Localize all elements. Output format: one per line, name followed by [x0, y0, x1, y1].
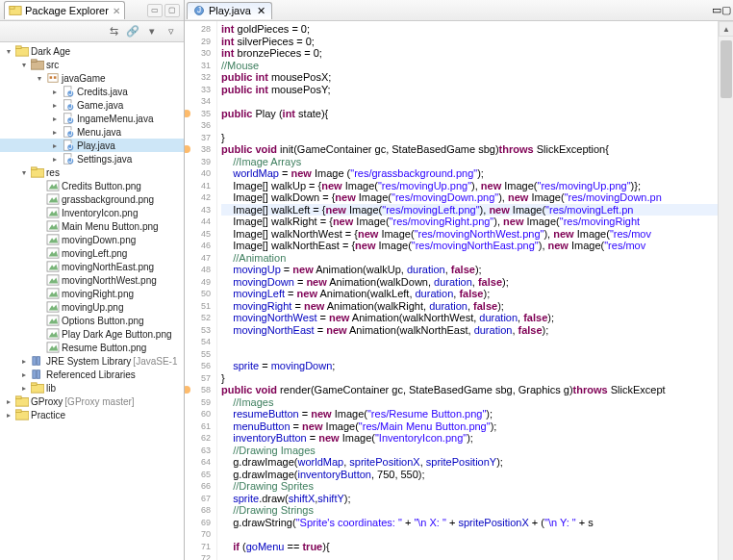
line-number[interactable]: 68	[185, 504, 211, 517]
line-number[interactable]: 42	[185, 191, 211, 204]
code-line[interactable]: movingNorthWest = new Animation(walkNort…	[221, 312, 718, 324]
tree-item[interactable]: ▸Referenced Libraries	[0, 368, 184, 381]
twisty-icon[interactable]	[35, 221, 44, 231]
project-tree[interactable]: ▾Dark Age▾src▾javaGame▸JCredits.java▸JGa…	[0, 42, 184, 560]
line-number[interactable]: 37	[185, 132, 211, 144]
code-line[interactable]	[221, 95, 718, 108]
twisty-icon[interactable]: ▸	[50, 127, 60, 137]
explorer-tab[interactable]: Package Explorer ✕	[4, 1, 125, 19]
code-line[interactable]: Image[] walkNorthEast = {new Image("res/…	[221, 240, 718, 252]
code-line[interactable]: int goldPieces = 0;	[221, 23, 718, 36]
twisty-icon[interactable]	[35, 235, 44, 244]
code-line[interactable]: movingDown = new Animation(walkDown, dur…	[221, 276, 718, 289]
tree-item[interactable]: ▸Practice	[0, 408, 184, 421]
tree-item[interactable]: ▾src	[0, 58, 184, 71]
code-line[interactable]	[221, 528, 718, 541]
twisty-icon[interactable]: ▾	[19, 60, 29, 69]
line-number[interactable]: 48	[185, 264, 211, 276]
line-number[interactable]: 36	[185, 119, 211, 132]
code-line[interactable]: g.drawImage(worldMap, spritePositionX, s…	[221, 456, 718, 469]
tree-item[interactable]: Play Dark Age Button.png	[0, 327, 184, 341]
line-number[interactable]: 30	[185, 47, 211, 60]
code-line[interactable]: //Drawing Strings	[221, 504, 718, 517]
code-line[interactable]: movingRight = new Animation(walkRight, d…	[221, 300, 718, 313]
code-line[interactable]: public Play (int state){	[221, 108, 718, 120]
line-number[interactable]: 62	[185, 432, 211, 445]
close-icon[interactable]: ✕	[257, 5, 265, 17]
tree-item[interactable]: ▸JPlay.java	[0, 139, 184, 152]
twisty-icon[interactable]: ▸	[4, 396, 13, 406]
code-line[interactable]: menuButton = new Image("res/Main Menu Bu…	[221, 420, 718, 433]
tree-item[interactable]: movingDown.png	[0, 233, 184, 246]
code-line[interactable]: //Image Arrays	[221, 156, 718, 168]
twisty-icon[interactable]	[35, 262, 44, 271]
twisty-icon[interactable]: ▸	[50, 114, 60, 123]
code-line[interactable]: Image[] walkDown = {new Image("res/movin…	[221, 191, 718, 204]
code-line[interactable]: sprite = movingDown;	[221, 360, 718, 372]
scroll-up-arrow[interactable]: ▲	[719, 21, 733, 37]
scroll-thumb[interactable]	[720, 40, 732, 98]
tree-item[interactable]: ▸GProxy [GProxy master]	[0, 395, 184, 408]
line-number[interactable]: 66	[185, 480, 211, 493]
line-number[interactable]: 59	[185, 396, 211, 409]
twisty-icon[interactable]	[35, 302, 44, 312]
code-line[interactable]: }	[221, 372, 718, 385]
tree-item[interactable]: ▸lib	[0, 381, 184, 395]
code-line[interactable]: //Animation	[221, 252, 718, 265]
line-number[interactable]: 55	[185, 348, 211, 361]
maximize-editor-button[interactable]: ▢	[721, 4, 731, 16]
line-number[interactable]: 33	[185, 84, 211, 96]
tree-item[interactable]: ▸JRE System Library [JavaSE-1	[0, 354, 184, 368]
code-line[interactable]: }	[221, 132, 718, 144]
line-number[interactable]: 52	[185, 312, 211, 324]
link-editor-icon[interactable]: 🔗	[126, 25, 139, 38]
tree-item[interactable]: movingNorthWest.png	[0, 273, 184, 287]
twisty-icon[interactable]	[35, 208, 44, 217]
line-number[interactable]: 46	[185, 240, 211, 252]
code-line[interactable]: public int mousePosY;	[221, 84, 718, 96]
line-number[interactable]: 32	[185, 71, 211, 84]
line-number[interactable]: 67	[185, 493, 211, 505]
editor-tab-play[interactable]: J Play.java ✕	[187, 2, 272, 19]
line-number[interactable]: 70	[185, 528, 211, 541]
twisty-icon[interactable]: ▸	[50, 87, 60, 96]
code-line[interactable]: sprite.draw(shiftX,shiftY);	[221, 493, 718, 505]
twisty-icon[interactable]	[35, 289, 44, 298]
twisty-icon[interactable]	[35, 329, 44, 339]
line-number[interactable]: 71	[185, 541, 211, 553]
line-number[interactable]: 64	[185, 456, 211, 469]
twisty-icon[interactable]: ▸	[19, 383, 29, 393]
code-line[interactable]	[221, 336, 718, 348]
code-line[interactable]: g.drawImage(inventoryButton, 750, 550);	[221, 469, 718, 481]
code-line[interactable]: resumeButton = new Image("res/Resume But…	[221, 408, 718, 420]
code-line[interactable]: //Drawing Images	[221, 445, 718, 457]
line-number[interactable]: 40	[185, 167, 211, 180]
tree-item[interactable]: ▸JSettings.java	[0, 152, 184, 165]
twisty-icon[interactable]: ▸	[50, 100, 60, 110]
twisty-icon[interactable]: ▾	[4, 46, 13, 56]
code-line[interactable]: worldMap = new Image ("res/grassbackgrou…	[221, 167, 718, 180]
code-line[interactable]: int silverPieces = 0;	[221, 36, 718, 48]
code-line[interactable]: public void render(GameContainer gc, Sta…	[221, 384, 718, 396]
filter-icon[interactable]: ▾	[145, 25, 159, 38]
collapse-all-icon[interactable]: ⇆	[107, 25, 120, 38]
line-number[interactable]: 56	[185, 360, 211, 372]
line-number[interactable]: 51	[185, 300, 211, 313]
tree-item[interactable]: Credits Button.png	[0, 179, 184, 192]
tree-item[interactable]: ▾Dark Age	[0, 44, 184, 58]
vertical-scrollbar[interactable]: ▲	[718, 21, 733, 560]
close-icon[interactable]: ✕	[113, 6, 120, 16]
line-number[interactable]: 69	[185, 517, 211, 529]
code-body[interactable]: int goldPieces = 0;int silverPieces = 0;…	[217, 21, 718, 560]
code-line[interactable]: Image[] walkRight = {new Image("res/movi…	[221, 216, 718, 228]
line-number[interactable]: 29	[185, 36, 211, 48]
line-number[interactable]: 38	[185, 143, 211, 156]
code-line[interactable]: g.drawString("Sprite's coordinates: " + …	[221, 517, 718, 529]
line-number[interactable]: 63	[185, 445, 211, 457]
tree-item[interactable]: movingNorthEast.png	[0, 260, 184, 273]
code-editor[interactable]: 2829303132333435363738394041424344454647…	[185, 21, 733, 560]
tree-item[interactable]: movingRight.png	[0, 287, 184, 300]
twisty-icon[interactable]: ▸	[50, 154, 60, 164]
twisty-icon[interactable]: ▸	[50, 140, 60, 150]
tree-item[interactable]: Main Menu Button.png	[0, 219, 184, 233]
